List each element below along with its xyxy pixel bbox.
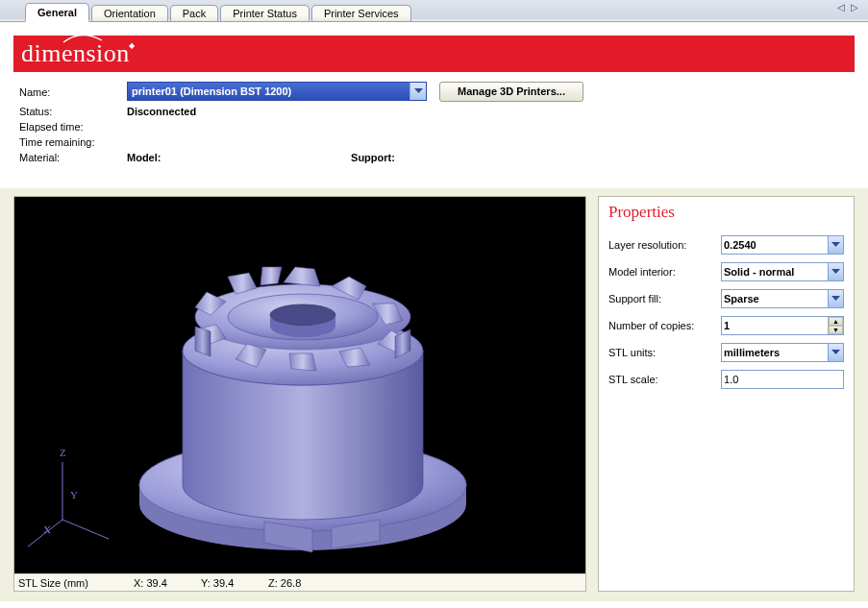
tab-general[interactable]: General bbox=[25, 3, 89, 22]
stl-units-label: STL units: bbox=[608, 339, 721, 366]
status-label: Status: bbox=[19, 104, 127, 119]
chevron-down-icon[interactable] bbox=[409, 83, 426, 100]
printer-select[interactable]: printer01 (Dimension BST 1200) bbox=[127, 82, 427, 101]
spin-down-icon[interactable]: ▼ bbox=[829, 326, 843, 334]
svg-point-8 bbox=[270, 304, 335, 326]
tab-page-general: dimension ◆ Name: printer01 (Dimension B… bbox=[0, 21, 868, 608]
axis-z-label: Z bbox=[60, 447, 66, 458]
stl-scale-input[interactable]: 1.0 bbox=[721, 370, 844, 389]
x-value: 39.4 bbox=[146, 577, 166, 589]
material-label: Material: bbox=[19, 150, 127, 165]
support-label: Support: bbox=[351, 152, 395, 163]
name-label: Name: bbox=[19, 80, 127, 104]
layer-resolution-select[interactable]: 0.2540 bbox=[721, 235, 844, 255]
y-label: Y: bbox=[201, 577, 211, 589]
tab-pack[interactable]: Pack bbox=[170, 5, 218, 21]
y-value: 39.4 bbox=[213, 577, 234, 589]
arrow-right-icon[interactable]: ▷ bbox=[851, 2, 858, 12]
viewport-status-bar: STL Size (mm) X: 39.4 Y: 39.4 Z: 26.8 bbox=[14, 573, 585, 591]
z-label: Z: bbox=[268, 577, 278, 589]
copies-stepper[interactable]: 1 ▲ ▼ bbox=[721, 316, 844, 335]
chevron-down-icon[interactable] bbox=[828, 236, 843, 254]
stl-size-label: STL Size (mm) bbox=[18, 577, 134, 589]
chevron-down-icon[interactable] bbox=[828, 344, 843, 361]
viewport-panel: Z Y X bbox=[13, 196, 586, 592]
tab-bar: General Orientation Pack Printer Status … bbox=[0, 0, 868, 21]
info-panel: Name: printer01 (Dimension BST 1200) Man… bbox=[13, 72, 855, 175]
manage-printers-button[interactable]: Manage 3D Printers... bbox=[439, 82, 583, 102]
model-label: Model: bbox=[127, 152, 348, 163]
status-value: Disconnected bbox=[127, 104, 627, 119]
remaining-value bbox=[127, 134, 627, 150]
spin-up-icon[interactable]: ▲ bbox=[829, 317, 843, 326]
tab-nav-arrows: ◁ ▷ bbox=[837, 2, 858, 12]
x-label: X: bbox=[134, 577, 143, 589]
copies-label: Number of copies: bbox=[608, 312, 721, 339]
brand-caret-icon bbox=[62, 33, 104, 44]
stl-units-select[interactable]: millimeters bbox=[721, 343, 844, 362]
model-interior-label: Model interior: bbox=[608, 258, 721, 285]
z-value: 26.8 bbox=[281, 577, 301, 589]
chevron-down-icon[interactable] bbox=[828, 263, 843, 280]
tab-orientation[interactable]: Orientation bbox=[91, 5, 168, 21]
elapsed-label: Elapsed time: bbox=[19, 119, 127, 134]
remaining-label: Time remaining: bbox=[19, 134, 127, 150]
properties-panel: Properties Layer resolution: 0.2540 M bbox=[598, 196, 855, 592]
chevron-down-icon[interactable] bbox=[828, 290, 843, 307]
properties-title: Properties bbox=[608, 203, 844, 222]
stl-scale-label: STL scale: bbox=[608, 366, 721, 393]
svg-line-1 bbox=[62, 520, 109, 539]
3d-viewport[interactable]: Z Y X bbox=[14, 197, 585, 573]
brand-bar: dimension ◆ bbox=[13, 36, 855, 72]
brand-logo: dimension ◆ bbox=[21, 39, 130, 68]
printer-select-value: printer01 (Dimension BST 1200) bbox=[132, 85, 291, 97]
tab-printer-services[interactable]: Printer Services bbox=[311, 5, 411, 21]
elapsed-value bbox=[127, 119, 627, 134]
brand-diamond-icon: ◆ bbox=[129, 41, 136, 50]
tab-printer-status[interactable]: Printer Status bbox=[220, 5, 310, 21]
support-fill-select[interactable]: Sparse bbox=[721, 289, 844, 308]
model-interior-select[interactable]: Solid - normal bbox=[721, 262, 844, 281]
axis-y-label: Y bbox=[70, 489, 78, 500]
arrow-left-icon[interactable]: ◁ bbox=[837, 2, 845, 12]
axis-x-label: X bbox=[43, 523, 51, 535]
layer-resolution-label: Layer resolution: bbox=[608, 231, 721, 258]
support-fill-label: Support fill: bbox=[608, 285, 721, 312]
lower-area: Z Y X bbox=[0, 188, 868, 601]
